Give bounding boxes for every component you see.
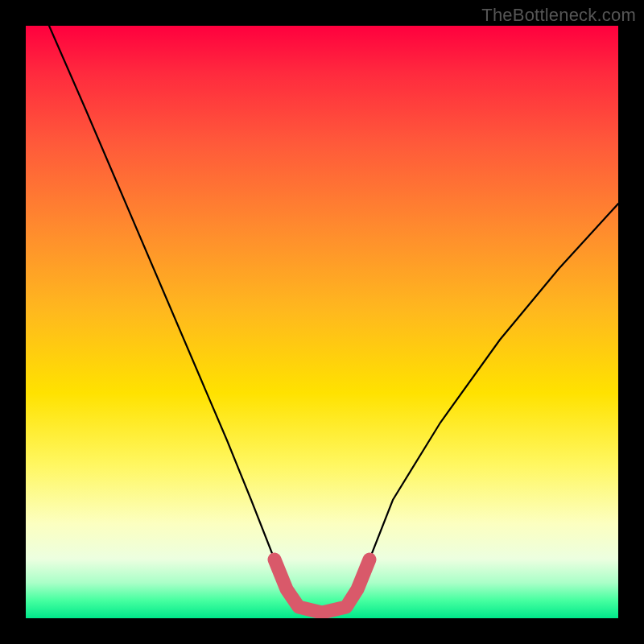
watermark-text: TheBottleneck.com xyxy=(481,5,636,26)
black-bottleneck-curve xyxy=(49,26,618,613)
curve-layer xyxy=(26,26,618,618)
plot-area xyxy=(26,26,618,618)
red-trough-highlight xyxy=(275,559,369,613)
chart-frame: TheBottleneck.com xyxy=(0,0,644,644)
